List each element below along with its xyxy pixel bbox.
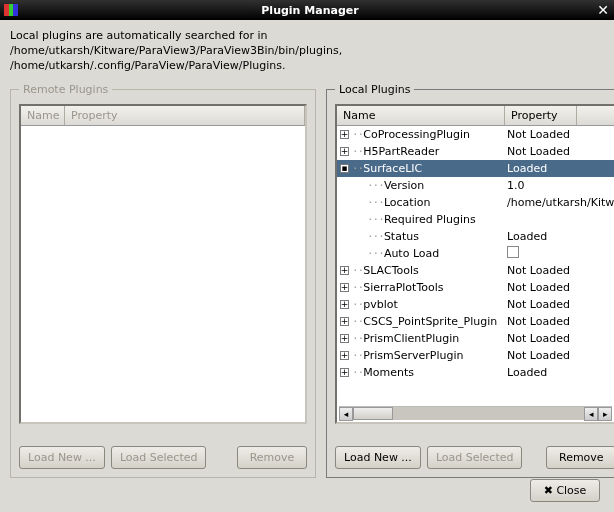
plugin-name: SurfaceLIC bbox=[363, 162, 422, 175]
table-row[interactable]: +··CSCS_PointSprite_PluginNot Loaded bbox=[337, 313, 614, 330]
expander-icon[interactable]: + bbox=[340, 300, 349, 309]
table-row[interactable]: +··PrismClientPluginNot Loaded bbox=[337, 330, 614, 347]
expander-icon[interactable]: + bbox=[340, 283, 349, 292]
close-button[interactable]: ✖ Close bbox=[530, 479, 600, 502]
remote-col-property[interactable]: Property bbox=[65, 106, 305, 125]
plugin-property: Not Loaded bbox=[505, 281, 570, 294]
table-row[interactable]: +··PrismServerPluginNot Loaded bbox=[337, 347, 614, 364]
remote-table: Name Property bbox=[19, 104, 307, 424]
table-row[interactable]: +··CoProcessingPluginNot Loaded bbox=[337, 126, 614, 143]
plugin-detail-value bbox=[505, 246, 519, 261]
expander-icon[interactable]: + bbox=[340, 317, 349, 326]
plugin-property: Loaded bbox=[505, 366, 547, 379]
expander-icon[interactable]: + bbox=[340, 147, 349, 156]
plugin-property: Not Loaded bbox=[505, 315, 570, 328]
remote-table-header: Name Property bbox=[21, 106, 305, 126]
table-row[interactable]: +··MomentsLoaded bbox=[337, 364, 614, 381]
remote-load-selected-button: Load Selected bbox=[111, 446, 207, 469]
table-row[interactable]: ··· Location/home/utkarsh/Kitw bbox=[337, 194, 614, 211]
local-load-selected-button: Load Selected bbox=[427, 446, 523, 469]
table-row[interactable]: ··· Auto Load bbox=[337, 245, 614, 262]
plugin-property: Not Loaded bbox=[505, 298, 570, 311]
local-remove-button[interactable]: Remove bbox=[546, 446, 614, 469]
table-row[interactable]: ··· Required Plugins bbox=[337, 211, 614, 228]
info-text: Local plugins are automatically searched… bbox=[10, 28, 604, 73]
local-legend: Local Plugins bbox=[335, 83, 414, 96]
plugin-name: PrismClientPlugin bbox=[363, 332, 459, 345]
remote-legend: Remote Plugins bbox=[19, 83, 112, 96]
plugin-property: Not Loaded bbox=[505, 145, 570, 158]
table-row[interactable]: +··pvblotNot Loaded bbox=[337, 296, 614, 313]
local-table-header: Name Property bbox=[337, 106, 614, 126]
expander-icon[interactable]: + bbox=[340, 266, 349, 275]
expander-icon[interactable]: + bbox=[340, 351, 349, 360]
scroll-thumb[interactable] bbox=[353, 407, 393, 420]
plugin-property: Not Loaded bbox=[505, 128, 570, 141]
plugin-name: PrismServerPlugin bbox=[363, 349, 463, 362]
horizontal-scrollbar[interactable]: ◂ ◂ ▸ bbox=[339, 406, 612, 420]
scroll-left-icon[interactable]: ◂ bbox=[339, 407, 353, 421]
plugin-detail-value: 1.0 bbox=[505, 179, 525, 192]
plugin-name: SierraPlotTools bbox=[363, 281, 443, 294]
info-line: Local plugins are automatically searched… bbox=[10, 28, 604, 43]
titlebar: Plugin Manager ✕ bbox=[0, 0, 614, 20]
table-row[interactable]: ··· Version1.0 bbox=[337, 177, 614, 194]
local-rows: +··CoProcessingPluginNot Loaded+··H5Part… bbox=[337, 126, 614, 381]
remote-plugins-panel: Remote Plugins Name Property Load New ..… bbox=[10, 83, 316, 478]
plugin-property: Not Loaded bbox=[505, 349, 570, 362]
info-line: /home/utkarsh/Kitware/ParaView3/ParaView… bbox=[10, 43, 604, 58]
plugin-name: SLACTools bbox=[363, 264, 418, 277]
expander-icon[interactable]: + bbox=[340, 368, 349, 377]
plugin-name: CoProcessingPlugin bbox=[363, 128, 470, 141]
local-load-new-button[interactable]: Load New ... bbox=[335, 446, 421, 469]
plugin-detail-name: Auto Load bbox=[384, 247, 439, 260]
table-row[interactable]: +··SLACToolsNot Loaded bbox=[337, 262, 614, 279]
local-col-name[interactable]: Name bbox=[337, 106, 505, 125]
expander-icon[interactable]: ▪ bbox=[340, 164, 349, 173]
close-button-label: Close bbox=[556, 484, 586, 497]
info-line: /home/utkarsh/.config/ParaView/ParaView/… bbox=[10, 58, 604, 73]
plugin-property: Loaded bbox=[505, 162, 547, 175]
table-row[interactable]: +··H5PartReaderNot Loaded bbox=[337, 143, 614, 160]
plugin-property: Not Loaded bbox=[505, 332, 570, 345]
checkbox[interactable] bbox=[507, 246, 519, 258]
close-icon[interactable]: ✕ bbox=[596, 3, 610, 17]
window-title: Plugin Manager bbox=[24, 4, 596, 17]
scroll-left2-icon[interactable]: ◂ bbox=[584, 407, 598, 421]
plugin-property: Not Loaded bbox=[505, 264, 570, 277]
plugin-name: pvblot bbox=[363, 298, 398, 311]
scroll-right-icon[interactable]: ▸ bbox=[598, 407, 612, 421]
expander-icon[interactable]: + bbox=[340, 130, 349, 139]
remote-load-new-button: Load New ... bbox=[19, 446, 105, 469]
remote-col-name[interactable]: Name bbox=[21, 106, 65, 125]
expander-icon[interactable]: + bbox=[340, 334, 349, 343]
table-row[interactable]: ··· StatusLoaded bbox=[337, 228, 614, 245]
plugin-detail-name: Required Plugins bbox=[384, 213, 476, 226]
table-row[interactable]: +··SierraPlotToolsNot Loaded bbox=[337, 279, 614, 296]
plugin-detail-value: Loaded bbox=[505, 230, 547, 243]
plugin-detail-name: Version bbox=[384, 179, 424, 192]
local-col-property[interactable]: Property bbox=[505, 106, 577, 125]
plugin-name: Moments bbox=[363, 366, 414, 379]
local-table: Name Property +··CoProcessingPluginNot L… bbox=[335, 104, 614, 424]
plugin-name: CSCS_PointSprite_Plugin bbox=[363, 315, 497, 328]
plugin-detail-name: Location bbox=[384, 196, 431, 209]
local-plugins-panel: Local Plugins Name Property +··CoProcess… bbox=[326, 83, 614, 478]
plugin-detail-value: /home/utkarsh/Kitw bbox=[505, 196, 614, 209]
plugin-detail-name: Status bbox=[384, 230, 419, 243]
app-icon bbox=[4, 4, 18, 16]
dialog-footer: ✖ Close bbox=[530, 479, 600, 502]
table-row[interactable]: ▪··SurfaceLICLoaded bbox=[337, 160, 614, 177]
scroll-track[interactable] bbox=[353, 407, 584, 420]
plugin-name: H5PartReader bbox=[363, 145, 439, 158]
remote-remove-button: Remove bbox=[237, 446, 307, 469]
